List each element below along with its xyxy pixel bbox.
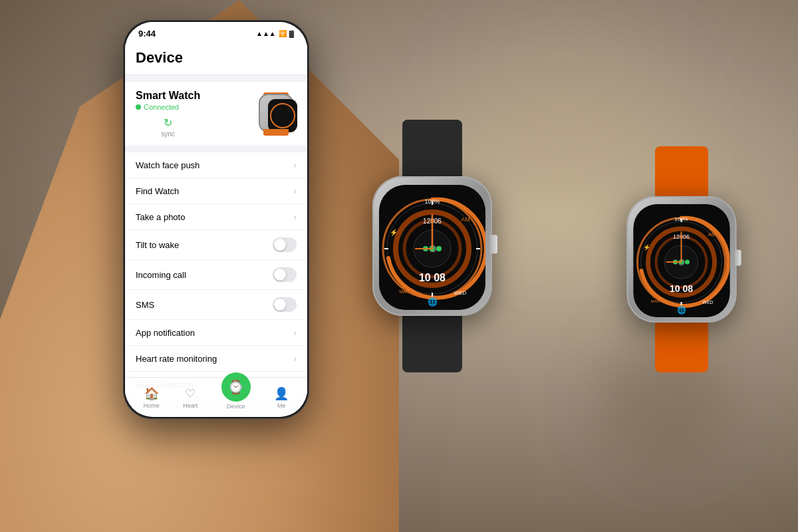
- status-bar: 9:44 ▲▲▲ 🛜 ▓: [125, 22, 307, 43]
- device-info: Smart Watch Connected ↻ sync: [136, 90, 200, 138]
- status-time: 9:44: [138, 29, 156, 39]
- watch-left-face-svg: ⊙ 10 08 12806 100% AM 28 MAR WED: [379, 185, 485, 310]
- signal-icon: ▲▲▲: [256, 30, 276, 37]
- settings-take-photo[interactable]: Take a photo ›: [125, 204, 307, 230]
- settings-section: Watch face push › Find Watch › Take a ph…: [125, 152, 307, 397]
- svg-text:WED: WED: [702, 300, 713, 305]
- settings-find-watch[interactable]: Find Watch ›: [125, 178, 307, 204]
- svg-point-20: [436, 246, 442, 251]
- thumb-band-bottom: [263, 129, 289, 136]
- settings-watch-face-push[interactable]: Watch face push ›: [125, 152, 307, 178]
- connected-label: Connected: [144, 103, 179, 111]
- settings-label-tilt-wake: Tilt to wake: [136, 240, 179, 250]
- connected-status: Connected: [136, 103, 200, 111]
- sync-area[interactable]: ↻ sync: [136, 116, 200, 138]
- tab-device[interactable]: ⌚ Device: [221, 386, 251, 410]
- tab-me-label: Me: [277, 402, 286, 409]
- svg-text:🌐: 🌐: [428, 297, 438, 307]
- settings-incoming-call[interactable]: Incoming call: [125, 260, 307, 290]
- settings-label-sms: SMS: [136, 300, 154, 310]
- sync-label: sync: [161, 130, 175, 138]
- settings-label-find-watch: Find Watch: [136, 186, 179, 196]
- connected-dot: [136, 104, 141, 110]
- tab-me[interactable]: 👤 Me: [274, 386, 289, 409]
- watch-left-crown: [489, 235, 497, 253]
- settings-label-app-notification: App notification: [136, 328, 195, 338]
- chevron-find-watch: ›: [293, 186, 297, 196]
- chevron-take-photo: ›: [293, 211, 297, 222]
- watch-left-face: ⊙ 10 08 12806 100% AM 28 MAR WED: [379, 185, 485, 310]
- device-name: Smart Watch: [136, 90, 200, 102]
- tab-device-label: Device: [227, 403, 245, 410]
- thumb-body: [259, 94, 293, 132]
- settings-label-take-photo: Take a photo: [136, 212, 185, 222]
- tab-heart-label: Heart: [183, 402, 198, 409]
- svg-point-43: [685, 260, 690, 265]
- battery-icon: ▓: [289, 30, 294, 37]
- svg-text:⚡: ⚡: [390, 228, 398, 237]
- svg-text:28: 28: [653, 293, 658, 298]
- svg-text:28: 28: [402, 283, 408, 289]
- svg-text:10 08: 10 08: [670, 283, 693, 294]
- svg-text:AM: AM: [708, 231, 716, 237]
- screen-title: Device: [136, 49, 297, 66]
- chevron-heart-rate: ›: [293, 353, 297, 364]
- chevron-watch-face-push: ›: [293, 160, 297, 170]
- watch-right-crown: [735, 250, 741, 266]
- bottom-tab-bar: 🏠 Home ♡ Heart ⌚ Device 👤 Me: [125, 377, 307, 417]
- svg-text:MAR: MAR: [651, 299, 660, 303]
- toggle-incoming-call[interactable]: [273, 267, 297, 282]
- wifi-icon: 🛜: [279, 30, 287, 37]
- svg-text:🌐: 🌐: [677, 305, 686, 315]
- watch-left-case: ⊙ 10 08 12806 100% AM 28 MAR WED: [346, 120, 519, 372]
- phone-content: Device Smart Watch Connected ↻ sync: [125, 43, 307, 414]
- status-icons: ▲▲▲ 🛜 ▓: [256, 30, 294, 37]
- settings-app-notification[interactable]: App notification ›: [125, 320, 307, 346]
- watch-right-case: ⊙ 10 08 12806 100% AM 28 MAR WED: [605, 146, 758, 372]
- device-tab-icon: ⌚: [227, 379, 244, 395]
- settings-label-incoming-call: Incoming call: [136, 270, 186, 280]
- chevron-app-notification: ›: [293, 327, 297, 338]
- home-icon: 🏠: [144, 386, 159, 401]
- tab-home[interactable]: 🏠 Home: [144, 386, 160, 409]
- device-active-button[interactable]: ⌚: [221, 372, 251, 402]
- svg-text:AM: AM: [461, 216, 470, 223]
- toggle-sms[interactable]: [273, 297, 297, 312]
- thumb-face: [268, 99, 297, 132]
- svg-text:WED: WED: [454, 290, 467, 296]
- sync-icon: ↻: [164, 116, 172, 129]
- tab-heart[interactable]: ♡ Heart: [183, 386, 198, 409]
- watch-right-face: ⊙ 10 08 12806 100% AM 28 MAR WED: [634, 204, 730, 317]
- settings-tilt-wake[interactable]: Tilt to wake: [125, 230, 307, 260]
- watch-right: ⊙ 10 08 12806 100% AM 28 MAR WED: [605, 146, 758, 372]
- watch-thumbnail: [253, 92, 297, 136]
- svg-text:10 08: 10 08: [419, 272, 446, 283]
- svg-text:⚡: ⚡: [643, 243, 651, 251]
- thumb-dial: [270, 103, 295, 128]
- device-card: Smart Watch Connected ↻ sync: [125, 82, 307, 146]
- watch-left: ⊙ 10 08 12806 100% AM 28 MAR WED: [346, 120, 519, 372]
- settings-label-watch-face-push: Watch face push: [136, 160, 200, 170]
- settings-sms[interactable]: SMS: [125, 290, 307, 320]
- phone-screen: 9:44 ▲▲▲ 🛜 ▓ Device Smart Watch: [125, 22, 307, 417]
- settings-heart-rate[interactable]: Heart rate monitoring ›: [125, 346, 307, 372]
- heart-icon: ♡: [185, 386, 196, 401]
- svg-text:MAR: MAR: [399, 289, 410, 294]
- me-icon: 👤: [274, 386, 289, 401]
- settings-label-heart-rate: Heart rate monitoring: [136, 354, 217, 364]
- screen-header: Device: [125, 43, 307, 75]
- phone: 9:44 ▲▲▲ 🛜 ▓ Device Smart Watch: [123, 20, 309, 419]
- phone-body: 9:44 ▲▲▲ 🛜 ▓ Device Smart Watch: [123, 20, 309, 419]
- toggle-tilt-wake[interactable]: [273, 237, 297, 252]
- tab-home-label: Home: [144, 402, 160, 409]
- watch-right-face-svg: ⊙ 10 08 12806 100% AM 28 MAR WED: [634, 204, 730, 317]
